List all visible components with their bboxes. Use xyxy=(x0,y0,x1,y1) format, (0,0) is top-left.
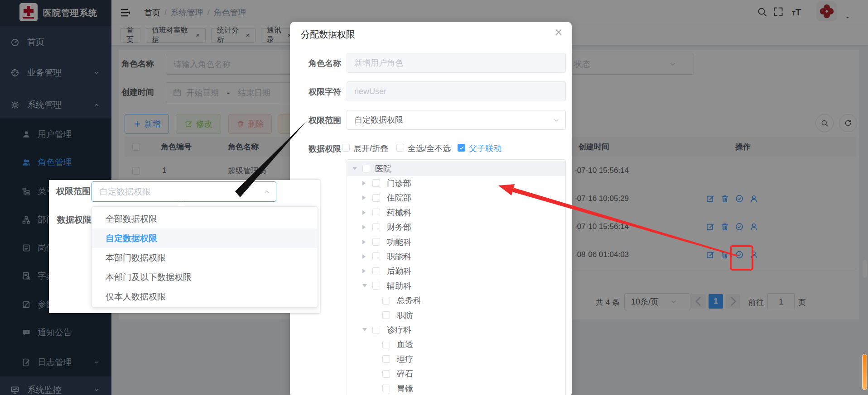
tree-node-checkbox[interactable] xyxy=(382,311,390,319)
tree-node-checkbox[interactable] xyxy=(382,370,390,378)
checkbox-label: 父子联动 xyxy=(469,143,502,154)
tree-node-checkbox[interactable] xyxy=(372,179,380,187)
checkbox-label: 展开/折叠 xyxy=(353,143,388,154)
tree-node-label: 碎石 xyxy=(397,368,413,379)
department-tree: 医院门诊部住院部药械科财务部功能科职能科后勤科辅助科总务科职防诊疗科血透理疗碎石… xyxy=(347,159,566,395)
tree-node-胃镜[interactable]: 胃镜 xyxy=(347,381,565,395)
tree-node-label: 医院 xyxy=(375,163,391,174)
checkbox-全选/全不选[interactable] xyxy=(396,144,404,152)
tree-node-checkbox[interactable] xyxy=(372,282,380,290)
caret-down-icon[interactable] xyxy=(352,167,357,170)
caret-right-icon[interactable] xyxy=(362,210,366,215)
data-perm-label: 数据权限 xyxy=(294,143,341,154)
dropdown-option-本部门数据权限[interactable]: 本部门数据权限 xyxy=(92,248,318,267)
tree-node-医院[interactable]: 医院 xyxy=(347,161,565,176)
scope-label: 权限范围 xyxy=(56,186,91,197)
scope-select[interactable]: 自定数据权限 xyxy=(92,181,276,202)
scroll-position-marker[interactable] xyxy=(862,354,867,390)
tree-node-label: 血透 xyxy=(397,339,413,350)
tree-node-辅助科[interactable]: 辅助科 xyxy=(347,278,565,293)
dropdown-option-自定数据权限[interactable]: 自定数据权限 xyxy=(92,228,318,248)
tree-node-label: 后勤科 xyxy=(387,266,411,276)
caret-right-icon[interactable] xyxy=(362,240,366,244)
dropdown-option-本部门及以下数据权限[interactable]: 本部门及以下数据权限 xyxy=(92,267,318,287)
tree-node-label: 总务科 xyxy=(397,295,421,306)
tree-node-诊疗科[interactable]: 诊疗科 xyxy=(347,322,565,337)
dropdown-arrow-notch xyxy=(178,201,185,206)
checkbox-label: 全选/全不选 xyxy=(408,143,451,154)
tree-node-checkbox[interactable] xyxy=(372,224,380,231)
role-name-input: 新增用户角色 xyxy=(347,53,566,73)
tree-node-label: 财务部 xyxy=(387,222,411,233)
tree-node-label: 理疗 xyxy=(397,354,413,365)
close-icon[interactable] xyxy=(554,27,564,37)
tree-node-职防[interactable]: 职防 xyxy=(347,308,565,323)
scope-dropdown-list: 全部数据权限自定数据权限本部门数据权限本部门及以下数据权限仅本人数据权限 xyxy=(92,206,318,308)
perm-char-label: 权限字符 xyxy=(294,86,341,97)
role-name-label: 角色名称 xyxy=(294,58,341,69)
dialog-title: 分配数据权限 xyxy=(301,29,355,41)
tree-node-checkbox[interactable] xyxy=(362,165,370,172)
tree-node-checkbox[interactable] xyxy=(382,297,390,305)
tree-node-职能科[interactable]: 职能科 xyxy=(347,249,565,264)
checkbox-展开/折叠[interactable] xyxy=(342,144,350,152)
caret-right-icon[interactable] xyxy=(362,269,366,273)
tree-node-label: 职防 xyxy=(397,310,413,321)
tree-node-checkbox[interactable] xyxy=(372,267,380,275)
chevron-down-icon xyxy=(553,117,560,124)
scope-dropdown-callout: 权限范围 自定数据权限 数据权限 全部数据权限自定数据权限本部门数据权限本部门及… xyxy=(49,180,320,313)
tree-node-总务科[interactable]: 总务科 xyxy=(347,293,565,308)
checkbox-父子联动[interactable] xyxy=(458,144,465,152)
assign-data-permission-dialog: 分配数据权限 角色名称 新增用户角色 权限字符 newUser 权限范围 自定数… xyxy=(290,22,572,395)
tree-node-label: 住院部 xyxy=(387,192,411,203)
perm-char-input: newUser xyxy=(347,81,566,101)
tree-node-label: 诊疗科 xyxy=(387,324,411,335)
tree-node-checkbox[interactable] xyxy=(372,252,380,260)
scrollbar-thumb[interactable] xyxy=(863,260,867,278)
data-perm-label: 数据权限 xyxy=(57,214,92,226)
tree-node-label: 职能科 xyxy=(387,251,411,262)
caret-right-icon[interactable] xyxy=(362,254,366,259)
tree-node-checkbox[interactable] xyxy=(382,385,390,392)
tree-node-label: 功能科 xyxy=(387,237,411,247)
tree-node-住院部[interactable]: 住院部 xyxy=(347,190,565,205)
tree-node-label: 胃镜 xyxy=(397,383,413,394)
caret-down-icon[interactable] xyxy=(362,284,367,287)
tree-node-后勤科[interactable]: 后勤科 xyxy=(347,264,565,279)
tree-node-label: 辅助科 xyxy=(387,281,411,291)
tree-node-理疗[interactable]: 理疗 xyxy=(347,352,565,366)
scope-label: 权限范围 xyxy=(294,115,341,126)
tree-node-checkbox[interactable] xyxy=(382,341,390,348)
tree-node-label: 门诊部 xyxy=(387,178,411,189)
tree-node-门诊部[interactable]: 门诊部 xyxy=(347,176,565,190)
chevron-up-icon xyxy=(263,188,270,195)
scope-select[interactable]: 自定数据权限 xyxy=(347,110,566,130)
tree-node-功能科[interactable]: 功能科 xyxy=(347,234,565,249)
caret-right-icon[interactable] xyxy=(362,195,366,200)
tree-node-checkbox[interactable] xyxy=(382,355,390,363)
tree-node-checkbox[interactable] xyxy=(372,209,380,216)
tree-node-checkbox[interactable] xyxy=(372,194,380,202)
tree-node-checkbox[interactable] xyxy=(372,238,380,246)
tree-node-label: 药械科 xyxy=(387,207,411,218)
tree-node-checkbox[interactable] xyxy=(372,326,380,333)
caret-right-icon[interactable] xyxy=(362,225,366,229)
app-root: 医院管理系统 首页业务管理系统管理用户管理角色管理菜单管理部门管理岗位管理字典管… xyxy=(0,0,868,395)
tree-node-碎石[interactable]: 碎石 xyxy=(347,366,565,381)
tree-node-血透[interactable]: 血透 xyxy=(347,337,565,352)
dropdown-option-全部数据权限[interactable]: 全部数据权限 xyxy=(92,209,318,228)
caret-down-icon[interactable] xyxy=(362,328,367,331)
dropdown-option-仅本人数据权限[interactable]: 仅本人数据权限 xyxy=(92,287,318,306)
tree-node-药械科[interactable]: 药械科 xyxy=(347,205,565,220)
tree-node-财务部[interactable]: 财务部 xyxy=(347,220,565,235)
caret-right-icon[interactable] xyxy=(362,181,366,186)
